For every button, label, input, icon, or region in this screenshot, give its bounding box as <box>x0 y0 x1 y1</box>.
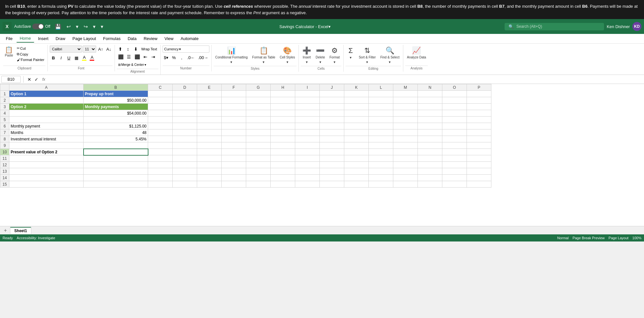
cell-a11[interactable] <box>9 155 84 162</box>
undo-button[interactable]: ↩ <box>65 23 73 30</box>
cell-e9[interactable] <box>197 142 222 149</box>
cell-b7[interactable]: 48 <box>84 129 148 136</box>
cell-p1[interactable] <box>467 91 491 97</box>
cell-a9[interactable] <box>9 142 84 149</box>
cell-c6[interactable] <box>148 123 173 129</box>
col-header-e[interactable]: E <box>197 84 222 91</box>
cell-h4[interactable] <box>271 110 295 117</box>
customize-qat[interactable]: ▾ <box>99 23 105 30</box>
col-header-p[interactable]: P <box>467 84 491 91</box>
cell-m3[interactable] <box>393 104 418 110</box>
cell-k2[interactable] <box>344 97 369 104</box>
menu-file[interactable]: File <box>3 35 16 42</box>
autosum-button[interactable]: Σ ▾ <box>346 46 356 65</box>
cell-reference-input[interactable] <box>1 76 21 83</box>
cell-i9[interactable] <box>295 142 320 149</box>
cell-m5[interactable] <box>393 117 418 123</box>
cell-f7[interactable] <box>222 129 246 136</box>
cell-p9[interactable] <box>467 142 491 149</box>
cell-h2[interactable] <box>271 97 295 104</box>
cell-i8[interactable] <box>295 136 320 142</box>
col-header-l[interactable]: L <box>369 84 393 91</box>
paste-button[interactable]: 📋 Paste <box>3 46 15 58</box>
cell-n9[interactable] <box>418 142 442 149</box>
cell-b1[interactable]: Prepay up front <box>84 91 148 97</box>
cell-e10[interactable] <box>197 149 222 155</box>
cell-h9[interactable] <box>271 142 295 149</box>
cell-c7[interactable] <box>148 129 173 136</box>
cell-j1[interactable] <box>320 91 344 97</box>
cell-p8[interactable] <box>467 136 491 142</box>
fill-color-button[interactable]: A <box>81 54 88 61</box>
cell-g8[interactable] <box>246 136 271 142</box>
cell-f4[interactable] <box>222 110 246 117</box>
cell-a1[interactable]: Option 1 <box>9 91 84 97</box>
increase-decimal-button[interactable]: .00→ <box>197 54 209 61</box>
underline-button[interactable]: U <box>65 54 72 61</box>
increase-font-button[interactable]: A↑ <box>97 46 104 53</box>
cell-o4[interactable] <box>442 110 467 117</box>
cancel-formula-button[interactable]: ✕ <box>26 77 33 82</box>
cell-j5[interactable] <box>320 117 344 123</box>
cell-c4[interactable] <box>148 110 173 117</box>
sheet-tab-sheet1[interactable]: Sheet1 <box>10 227 31 234</box>
cell-m4[interactable] <box>393 110 418 117</box>
cell-g1[interactable] <box>246 91 271 97</box>
align-center-button[interactable]: ☰ <box>126 53 133 60</box>
align-top-button[interactable]: ⬆ <box>117 46 124 53</box>
menu-automate[interactable]: Automate <box>177 35 202 42</box>
decrease-indent-button[interactable]: ⇤ <box>142 53 149 60</box>
cell-m6[interactable] <box>393 123 418 129</box>
italic-button[interactable]: I <box>57 54 65 61</box>
col-header-c[interactable]: C <box>148 84 173 91</box>
decrease-decimal-button[interactable]: .0← <box>186 54 196 61</box>
col-header-h[interactable]: H <box>271 84 295 91</box>
copy-button[interactable]: ⧉ Copy <box>15 51 46 57</box>
menu-home[interactable]: Home <box>16 35 34 43</box>
cell-k9[interactable] <box>344 142 369 149</box>
cell-e7[interactable] <box>197 129 222 136</box>
font-size-select[interactable]: 11 <box>83 46 96 53</box>
cell-a10[interactable]: Present value of Option 2 <box>9 149 84 155</box>
cell-a2[interactable] <box>9 97 84 104</box>
cell-o7[interactable] <box>442 129 467 136</box>
cell-p5[interactable] <box>467 117 491 123</box>
cut-button[interactable]: ✂ Cut <box>15 46 46 51</box>
cell-d8[interactable] <box>173 136 197 142</box>
cell-f10[interactable] <box>222 149 246 155</box>
align-middle-button[interactable]: ↕ <box>125 46 132 53</box>
col-header-a[interactable]: A <box>9 84 84 91</box>
col-header-i[interactable]: I <box>295 84 320 91</box>
cell-g2[interactable] <box>246 97 271 104</box>
cell-d6[interactable] <box>173 123 197 129</box>
cell-c5[interactable] <box>148 117 173 123</box>
font-color-button[interactable]: A <box>88 54 96 61</box>
menu-insert[interactable]: Insert <box>35 35 52 42</box>
cell-g10[interactable] <box>246 149 271 155</box>
cell-o2[interactable] <box>442 97 467 104</box>
cell-o10[interactable] <box>442 149 467 155</box>
cell-o8[interactable] <box>442 136 467 142</box>
cell-p4[interactable] <box>467 110 491 117</box>
add-sheet-button[interactable]: + <box>1 227 9 234</box>
cell-b11[interactable] <box>84 155 148 162</box>
cell-i3[interactable] <box>295 104 320 110</box>
cell-h10[interactable] <box>271 149 295 155</box>
undo-dropdown[interactable]: ▾ <box>74 23 80 30</box>
cell-n5[interactable] <box>418 117 442 123</box>
cell-b2[interactable]: $50,000.00 <box>84 97 148 104</box>
find-select-button[interactable]: 🔍 Find & Select ▾ <box>379 46 401 65</box>
cell-e5[interactable] <box>197 117 222 123</box>
cell-b9[interactable] <box>84 142 148 149</box>
user-avatar[interactable]: KD <box>632 22 641 31</box>
cell-o6[interactable] <box>442 123 467 129</box>
cell-b5[interactable] <box>84 117 148 123</box>
cell-j4[interactable] <box>320 110 344 117</box>
cell-e6[interactable] <box>197 123 222 129</box>
cell-c1[interactable] <box>148 91 173 97</box>
cell-p3[interactable] <box>467 104 491 110</box>
col-header-g[interactable]: G <box>246 84 271 91</box>
redo-button[interactable]: ↪ <box>82 23 90 30</box>
cell-k10[interactable] <box>344 149 369 155</box>
cell-l8[interactable] <box>369 136 393 142</box>
